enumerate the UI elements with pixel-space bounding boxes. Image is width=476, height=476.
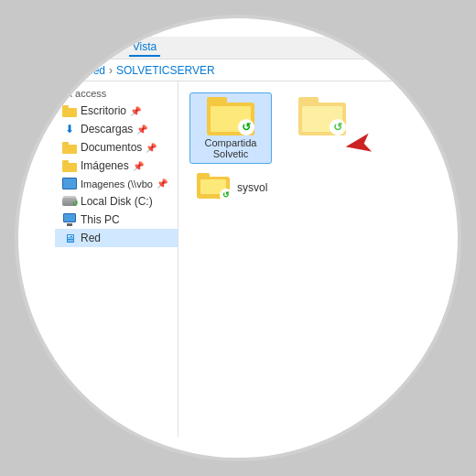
sidebar-label-this-pc: This PC — [81, 213, 120, 226]
sidebar-label-imagenes-vbo: Imagenes (\\vbo — [81, 178, 153, 189]
breadcrumb-server[interactable]: SOLVETICSERVER — [116, 64, 215, 77]
pin-icon-descargas: 📌 — [136, 124, 147, 135]
download-icon: ⬇ — [62, 123, 77, 135]
pin-icon-documentos: 📌 — [146, 143, 157, 153]
folder-icon-documentos — [62, 142, 77, 154]
toolbar: Compartir Vista — [55, 37, 449, 60]
sidebar-item-documentos[interactable]: Documentos 📌 — [55, 138, 178, 157]
pin-icon: 📌 — [130, 106, 141, 116]
monitor-icon — [62, 213, 77, 226]
green-arrow-extra: ↺ — [330, 119, 346, 135]
toolbar-compartir[interactable]: Compartir — [62, 38, 118, 57]
folder-label-compartida: Compartida Solvetic — [194, 137, 267, 159]
folder-icon-sysvol: ↺ — [197, 173, 230, 200]
sidebar-label-red: Red — [81, 232, 101, 244]
sidebar-label-descargas: Descargas — [81, 123, 133, 135]
sidebar: ck access Escritorio 📌 ⬇ Descargas 📌 Doc… — [55, 81, 178, 437]
sidebar-item-imagenes[interactable]: Imágenes 📌 — [55, 157, 178, 175]
breadcrumb-red[interactable]: Red — [85, 64, 105, 77]
sidebar-label-quick-access: ck access — [62, 88, 106, 99]
sidebar-item-escritorio[interactable]: Escritorio 📌 — [55, 102, 178, 120]
folder-label-sysvol: sysvol — [237, 181, 267, 194]
folder-icon — [62, 105, 77, 117]
folder-icon-imagenes — [62, 160, 77, 172]
folder-icon-large-extra: ↺ — [298, 97, 346, 135]
green-arrow-sysvol: ↺ — [220, 189, 233, 201]
breadcrumb: 🖥 › Red › SOLVETICSERVER — [55, 60, 449, 81]
sidebar-item-quick-access[interactable]: ck access — [55, 85, 178, 102]
pin-icon-imagenes: 📌 — [133, 161, 144, 171]
content-area: ↺ Compartida Solvetic ↺ — [178, 81, 449, 437]
drive-icon: ↺ — [62, 196, 77, 208]
sidebar-label-local-disk: Local Disk (C:) — [81, 195, 153, 208]
folder-grid: ↺ Compartida Solvetic ↺ — [186, 89, 441, 168]
sidebar-item-red[interactable]: 🖥 Red — [55, 229, 178, 247]
folder-item-sysvol[interactable]: ↺ sysvol — [186, 168, 441, 208]
sidebar-item-local-disk[interactable]: ↺ Local Disk (C:) — [55, 192, 178, 211]
sidebar-item-descargas[interactable]: ⬇ Descargas 📌 — [55, 120, 178, 138]
sidebar-item-this-pc[interactable]: This PC — [55, 211, 178, 229]
sidebar-label-imagenes: Imágenes — [81, 159, 129, 172]
network-folder-icon — [62, 178, 77, 189]
folder-item-extra[interactable]: ↺ — [281, 92, 363, 164]
toolbar-vista[interactable]: Vista — [129, 38, 160, 57]
green-arrow-compartida: ↺ — [238, 119, 254, 135]
folder-item-compartida[interactable]: ↺ Compartida Solvetic — [189, 92, 272, 164]
sidebar-label-documentos: Documentos — [81, 141, 142, 154]
pin-icon-vbo: 📌 — [157, 178, 168, 189]
sidebar-label-escritorio: Escritorio — [81, 104, 126, 117]
folder-icon-large-compartida: ↺ — [207, 97, 254, 135]
sidebar-item-imagenes-vbo[interactable]: Imagenes (\\vbo 📌 — [55, 175, 178, 192]
network-icon: 🖥 — [62, 232, 77, 244]
